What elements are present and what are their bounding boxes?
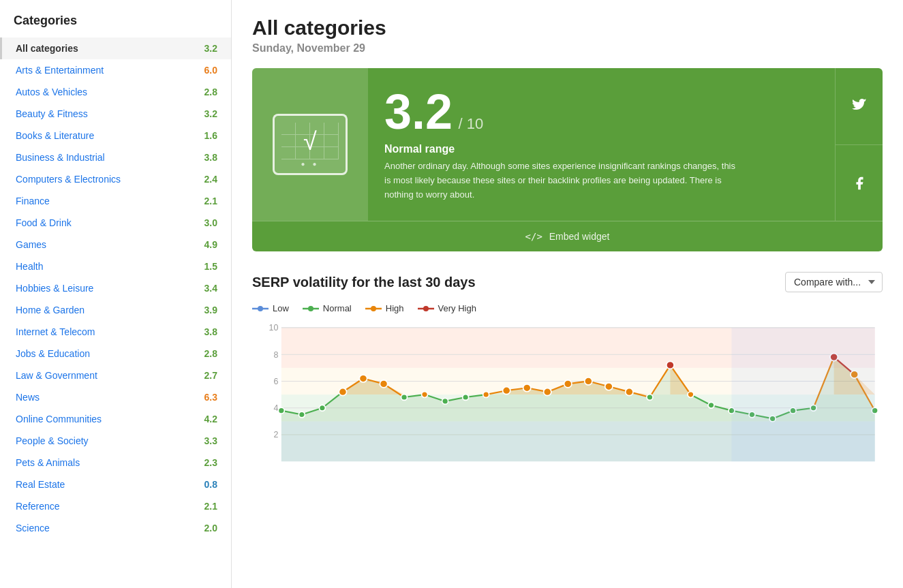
svg-point-71 bbox=[688, 392, 694, 398]
embed-icon: </> bbox=[525, 231, 542, 242]
svg-point-61 bbox=[483, 392, 489, 398]
page-title: All categories bbox=[252, 16, 883, 40]
sidebar-item-pets-&-animals[interactable]: Pets & Animals 2.3 bbox=[0, 452, 231, 474]
category-list: All categories 3.2 Arts & Entertainment … bbox=[0, 37, 231, 539]
page-subtitle: Sunday, November 29 bbox=[252, 42, 883, 55]
score-description: Another ordinary day. Although some site… bbox=[384, 159, 739, 202]
category-label: Internet & Telecom bbox=[16, 326, 95, 337]
svg-point-59 bbox=[442, 399, 448, 405]
svg-text:10: 10 bbox=[269, 324, 279, 333]
sidebar-item-real-estate[interactable]: Real Estate 0.8 bbox=[0, 474, 231, 495]
category-label: Business & Industrial bbox=[16, 152, 105, 163]
svg-point-58 bbox=[422, 392, 428, 398]
sidebar-item-people-&-society[interactable]: People & Society 3.3 bbox=[0, 430, 231, 452]
compare-select[interactable]: Compare with... bbox=[785, 272, 883, 292]
sidebar-item-health[interactable]: Health 1.5 bbox=[0, 256, 231, 277]
svg-point-52 bbox=[299, 412, 305, 418]
svg-point-70 bbox=[667, 362, 674, 369]
category-score: 3.3 bbox=[204, 435, 217, 446]
legend-item-normal: Normal bbox=[303, 303, 352, 313]
sidebar-item-all-categories[interactable]: All categories 3.2 bbox=[0, 37, 231, 59]
category-label: Food & Drink bbox=[16, 217, 72, 228]
legend-label: Low bbox=[273, 303, 289, 313]
sidebar-item-internet-&-telecom[interactable]: Internet & Telecom 3.8 bbox=[0, 321, 231, 343]
sidebar: Categories All categories 3.2 Arts & Ent… bbox=[0, 0, 232, 588]
svg-point-69 bbox=[647, 394, 653, 401]
category-score: 3.8 bbox=[204, 326, 217, 337]
category-label: Hobbies & Leisure bbox=[16, 283, 93, 294]
svg-point-54 bbox=[339, 388, 346, 396]
sidebar-item-science[interactable]: Science 2.0 bbox=[0, 517, 231, 539]
sidebar-item-hobbies-&-leisure[interactable]: Hobbies & Leisure 3.4 bbox=[0, 277, 231, 299]
category-label: People & Society bbox=[16, 435, 89, 446]
category-label: Arts & Entertainment bbox=[16, 65, 104, 76]
category-score: 0.8 bbox=[204, 479, 217, 490]
category-label: All categories bbox=[16, 43, 78, 54]
facebook-button[interactable] bbox=[836, 145, 883, 221]
legend-label: High bbox=[386, 303, 404, 313]
serp-header: SERP volatility for the last 30 days Com… bbox=[252, 272, 883, 292]
svg-point-7 bbox=[423, 306, 429, 311]
category-score: 4.9 bbox=[204, 239, 217, 250]
sidebar-item-games[interactable]: Games 4.9 bbox=[0, 234, 231, 256]
embed-widget-button[interactable]: </> Embed widget bbox=[252, 221, 883, 251]
svg-point-57 bbox=[401, 394, 408, 401]
category-label: Home & Garden bbox=[16, 305, 85, 315]
sidebar-item-finance[interactable]: Finance 2.1 bbox=[0, 190, 231, 212]
sidebar-item-beauty-&-fitness[interactable]: Beauty & Fitness 3.2 bbox=[0, 103, 231, 125]
chart-container: 246810 bbox=[252, 320, 883, 484]
category-score: 3.2 bbox=[204, 43, 217, 54]
category-label: Games bbox=[16, 239, 46, 250]
category-score: 3.4 bbox=[204, 283, 217, 294]
svg-rect-81 bbox=[732, 328, 875, 461]
category-score: 2.3 bbox=[204, 457, 217, 468]
legend-label: Normal bbox=[323, 303, 352, 313]
legend-line-icon bbox=[418, 305, 434, 313]
sidebar-item-home-&-garden[interactable]: Home & Garden 3.9 bbox=[0, 299, 231, 321]
sidebar-item-autos-&-vehicles[interactable]: Autos & Vehicles 2.8 bbox=[0, 81, 231, 103]
category-score: 2.8 bbox=[204, 87, 217, 97]
score-number: 3.2 bbox=[384, 84, 453, 139]
category-score: 4.2 bbox=[204, 414, 217, 424]
category-label: Finance bbox=[16, 196, 50, 206]
svg-point-66 bbox=[585, 377, 592, 385]
twitter-button[interactable] bbox=[836, 68, 883, 145]
svg-point-55 bbox=[359, 375, 367, 382]
category-label: Law & Government bbox=[16, 370, 97, 381]
score-social bbox=[835, 68, 883, 221]
legend-item-low: Low bbox=[252, 303, 289, 313]
legend-label: Very High bbox=[438, 303, 476, 313]
category-label: Pets & Animals bbox=[16, 457, 80, 468]
category-score: 1.5 bbox=[204, 261, 217, 272]
category-label: Beauty & Fitness bbox=[16, 108, 88, 119]
category-score: 3.2 bbox=[204, 108, 217, 119]
sidebar-item-computers-&-electronics[interactable]: Computers & Electronics 2.4 bbox=[0, 168, 231, 190]
sidebar-item-law-&-government[interactable]: Law & Government 2.7 bbox=[0, 365, 231, 386]
sidebar-item-books-&-literature[interactable]: Books & Literature 1.6 bbox=[0, 125, 231, 146]
category-label: Reference bbox=[16, 501, 60, 512]
category-label: Autos & Vehicles bbox=[16, 87, 87, 97]
svg-point-60 bbox=[463, 394, 469, 401]
svg-text:6: 6 bbox=[273, 377, 278, 386]
sidebar-item-online-communities[interactable]: Online Communities 4.2 bbox=[0, 408, 231, 430]
monitor-icon bbox=[273, 114, 348, 175]
svg-point-67 bbox=[605, 383, 613, 390]
sidebar-item-jobs-&-education[interactable]: Jobs & Education 2.8 bbox=[0, 343, 231, 365]
sidebar-item-reference[interactable]: Reference 2.1 bbox=[0, 495, 231, 517]
sidebar-item-business-&-industrial[interactable]: Business & Industrial 3.8 bbox=[0, 146, 231, 168]
category-label: News bbox=[16, 392, 40, 403]
embed-label: Embed widget bbox=[549, 231, 610, 242]
sidebar-item-news[interactable]: News 6.3 bbox=[0, 386, 231, 408]
category-score: 3.8 bbox=[204, 152, 217, 163]
serp-chart: 246810 bbox=[252, 320, 883, 484]
svg-text:4: 4 bbox=[273, 404, 278, 414]
svg-point-53 bbox=[319, 405, 325, 412]
category-score: 1.6 bbox=[204, 130, 217, 141]
sidebar-item-arts-&-entertainment[interactable]: Arts & Entertainment 6.0 bbox=[0, 59, 231, 81]
score-range-label: Normal range bbox=[384, 143, 818, 155]
sidebar-item-food-&-drink[interactable]: Food & Drink 3.0 bbox=[0, 212, 231, 234]
category-label: Health bbox=[16, 261, 43, 272]
category-score: 2.1 bbox=[204, 501, 217, 512]
svg-point-51 bbox=[278, 408, 284, 414]
svg-point-56 bbox=[380, 380, 387, 388]
